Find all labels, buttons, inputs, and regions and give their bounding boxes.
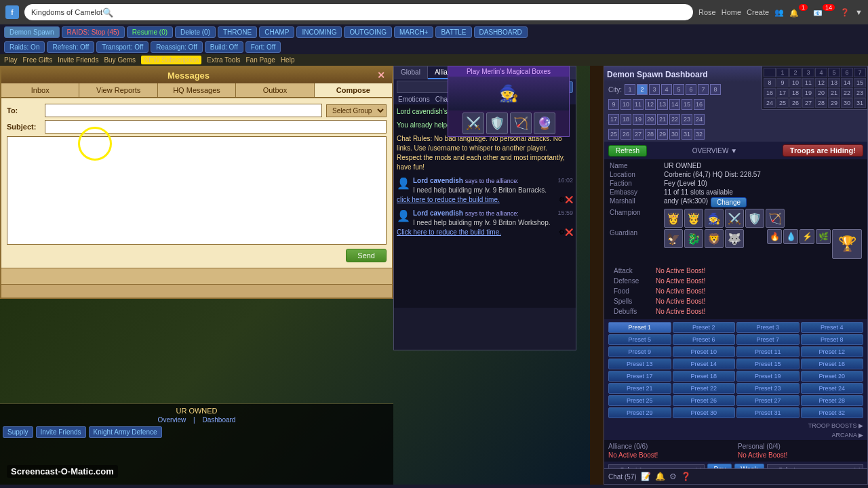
toolbar3-link[interactable]: Free Gifts	[22, 56, 52, 64]
overview-link[interactable]: Overview	[158, 416, 186, 424]
troops-hiding-button[interactable]: Troops are Hiding!	[783, 144, 863, 157]
preset-button-22[interactable]: Preset 22	[673, 383, 736, 394]
calendar-cell[interactable]: 16	[764, 88, 776, 98]
calendar-cell[interactable]: 10	[789, 78, 802, 87]
calendar-cell[interactable]: 19	[802, 88, 814, 98]
calendar-cell[interactable]: 21	[828, 88, 840, 98]
city-slot-21[interactable]: 21	[657, 114, 668, 125]
toolbar-btn-dashboard[interactable]: DASHBOARD	[474, 26, 528, 38]
toolbar3-link[interactable]: Play	[4, 56, 17, 64]
toolbar3-extra-link[interactable]: Extra Tools	[207, 56, 240, 64]
invite-button[interactable]: Invite Friends	[36, 426, 86, 438]
avatar-4[interactable]: 🔮	[534, 113, 555, 134]
guardian-4[interactable]: 🐺	[725, 229, 744, 248]
calendar-cell[interactable]: 11	[802, 78, 814, 87]
message-scroll-area[interactable]	[1, 268, 392, 284]
army-button[interactable]: Knight Army Defence	[89, 426, 162, 438]
city-slot-11[interactable]: 11	[633, 99, 644, 110]
toolbar-btn-throne[interactable]: THRONE	[218, 26, 257, 38]
notif1-badge[interactable]: 🔔1	[789, 7, 808, 18]
city-slot-19[interactable]: 19	[633, 114, 644, 125]
chat-help-icon[interactable]: ❓	[681, 472, 691, 481]
toolbar2-btn[interactable]: Build: Off	[205, 41, 243, 53]
champion-5[interactable]: 🛡️	[745, 209, 764, 228]
msg-tab-view-reports[interactable]: View Reports	[79, 83, 157, 97]
chat-tab-global[interactable]: Global	[394, 66, 428, 79]
toolbar2-btn[interactable]: Reassign: Off	[151, 41, 202, 53]
city-slot-7[interactable]: 7	[698, 84, 709, 95]
item-2[interactable]: 💧	[783, 229, 798, 244]
calendar-cell[interactable]: 31	[854, 98, 866, 108]
guardian-3[interactable]: 🦁	[705, 229, 724, 248]
preset-button-13[interactable]: Preset 13	[608, 359, 671, 369]
city-slot-31[interactable]: 31	[682, 129, 692, 140]
overview-button[interactable]: OVERVIEW ▼	[692, 147, 737, 155]
toolbar2-btn[interactable]: Fort: Off	[245, 41, 281, 53]
calendar-cell[interactable]: 12	[815, 78, 827, 87]
preset-button-10[interactable]: Preset 10	[673, 346, 736, 357]
calendar-cell[interactable]: 28	[815, 98, 827, 108]
menu-icon[interactable]: ▼	[855, 8, 863, 16]
city-slot-12[interactable]: 12	[645, 99, 656, 110]
city-slot-24[interactable]: 24	[694, 114, 705, 125]
notif2-badge[interactable]: 📧14	[813, 7, 835, 18]
toolbar3-extra-link[interactable]: Fan Page	[246, 56, 275, 64]
calendar-cell[interactable]: 13	[828, 78, 840, 87]
to-input[interactable]	[45, 104, 322, 117]
toolbar-btn-march+[interactable]: MARCH+	[394, 26, 434, 38]
calendar-cell[interactable]: 8	[764, 78, 776, 87]
preset-button-31[interactable]: Preset 31	[736, 407, 800, 418]
preset-button-20[interactable]: Preset 20	[801, 371, 864, 382]
calendar-cell[interactable]: 26	[789, 98, 802, 108]
preset-button-24[interactable]: Preset 24	[801, 383, 864, 394]
msg-tab-inbox[interactable]: Inbox	[1, 83, 79, 97]
city-slot-18[interactable]: 18	[620, 114, 631, 125]
create-link[interactable]: Create	[747, 8, 769, 16]
toolbar3-extra-link[interactable]: Help	[281, 56, 295, 64]
avatar-2[interactable]: 🛡️	[486, 113, 508, 134]
chat-tool-emoticons[interactable]: Emoticons	[398, 96, 430, 103]
preset-button-29[interactable]: Preset 29	[608, 407, 671, 418]
calendar-cell[interactable]: 20	[815, 88, 827, 98]
calendar-cell[interactable]: 30	[841, 98, 853, 108]
preset-button-32[interactable]: Preset 32	[801, 407, 864, 418]
preset-button-17[interactable]: Preset 17	[608, 371, 671, 382]
chat-notif-icon[interactable]: 🔔	[655, 472, 665, 481]
city-slot-32[interactable]: 32	[694, 129, 705, 140]
toolbar3-link[interactable]: Buy Gems	[104, 56, 136, 64]
city-slot-17[interactable]: 17	[608, 114, 619, 125]
preset-button-14[interactable]: Preset 14	[673, 359, 736, 369]
home-link[interactable]: Home	[722, 8, 741, 16]
city-slot-10[interactable]: 10	[620, 99, 631, 110]
preset-button-11[interactable]: Preset 11	[736, 346, 800, 357]
city-slot-28[interactable]: 28	[645, 129, 656, 140]
toolbar-btn-raids:-stop-(45)[interactable]: RAIDS: Stop (45)	[62, 26, 125, 38]
new-subscription-link[interactable]: NEW Subscription	[141, 56, 201, 64]
preset-button-1[interactable]: Preset 1	[608, 322, 671, 333]
city-slot-25[interactable]: 25	[608, 129, 619, 140]
preset-button-21[interactable]: Preset 21	[608, 383, 671, 394]
toolbar-btn-battle[interactable]: BATTLE	[435, 26, 471, 38]
calendar-cell[interactable]: 22	[841, 88, 853, 98]
city-slot-20[interactable]: 20	[645, 114, 656, 125]
troop-boosts-header[interactable]: TROOP BOOSTS ▶	[604, 421, 867, 430]
city-slot-6[interactable]: 6	[686, 84, 696, 95]
preset-button-3[interactable]: Preset 3	[736, 322, 800, 333]
guardian-1[interactable]: 🦅	[664, 229, 683, 248]
champion-6[interactable]: 🏹	[766, 209, 785, 228]
merlin-popup[interactable]: Play Merlin's Magical Boxes 🧙 ⚔️ 🛡️ 🏹 🔮	[448, 66, 570, 137]
city-slot-16[interactable]: 16	[694, 99, 705, 110]
toolbar2-btn[interactable]: Refresh: Off	[47, 41, 94, 53]
city-slot-3[interactable]: 3	[649, 84, 660, 95]
chat-edit-icon[interactable]: 📝	[641, 472, 651, 481]
calendar-cell[interactable]: 18	[789, 88, 802, 98]
city-slot-8[interactable]: 8	[710, 84, 721, 95]
item-large[interactable]: 🏆	[832, 229, 862, 259]
city-slot-23[interactable]: 23	[682, 114, 692, 125]
preset-button-5[interactable]: Preset 5	[608, 334, 671, 345]
users-icon[interactable]: 👥	[774, 8, 784, 17]
champion-3[interactable]: 🧙	[705, 209, 724, 228]
help-icon[interactable]: ❓	[840, 8, 850, 17]
calendar-cell[interactable]: 15	[854, 78, 866, 87]
calendar-cell[interactable]: 24	[764, 98, 776, 108]
